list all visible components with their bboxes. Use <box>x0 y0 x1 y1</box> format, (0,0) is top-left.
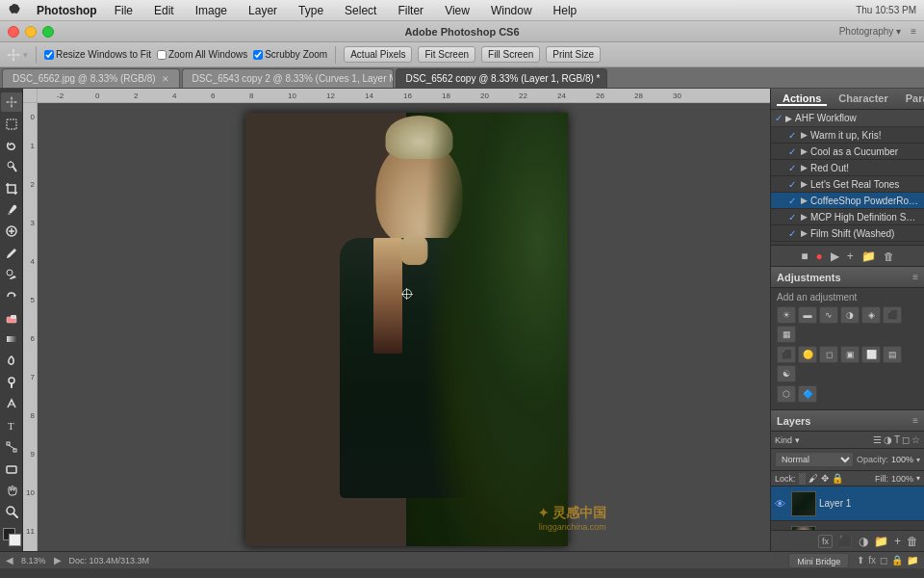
adj-threshold-btn[interactable]: ☯ <box>777 365 796 382</box>
eyedropper-tool[interactable] <box>1 200 22 220</box>
menu-type[interactable]: Type <box>295 3 327 18</box>
status-nav-next[interactable]: ▶ <box>54 555 62 565</box>
fill-screen-button[interactable]: Fill Screen <box>481 46 540 63</box>
adj-curves-btn[interactable]: ∿ <box>819 306 838 324</box>
actions-new-btn[interactable]: + <box>847 250 854 263</box>
actions-delete-btn[interactable]: 🗑 <box>884 250 894 262</box>
adj-hsl-btn[interactable]: ⬛ <box>883 306 902 324</box>
close-button[interactable] <box>8 26 19 38</box>
adj-selective-color-btn[interactable]: 🔷 <box>798 385 817 403</box>
lock-transparent-btn[interactable]: ░ <box>799 473 806 484</box>
actions-record-btn[interactable]: ● <box>815 250 822 263</box>
menu-image[interactable]: Image <box>192 3 231 18</box>
menu-file[interactable]: File <box>111 3 137 18</box>
tab-close-2[interactable]: ✕ <box>605 74 606 84</box>
status-icon-2[interactable]: fx <box>868 555 876 565</box>
eraser-tool[interactable] <box>1 308 22 328</box>
menu-view[interactable]: View <box>441 3 474 18</box>
adj-gradient-map-btn[interactable]: ⬡ <box>777 385 796 403</box>
photo-canvas[interactable]: ✦ 灵感中国 lingganchina.com <box>42 108 770 551</box>
layer-item-background[interactable]: 👁 Background 🔒 <box>771 521 924 530</box>
layers-fx-btn[interactable]: fx <box>818 535 833 548</box>
layers-mask-btn[interactable]: ⬛ <box>838 535 853 548</box>
layer-item-layer1[interactable]: 👁 Layer 1 <box>771 486 924 521</box>
dodge-tool[interactable] <box>1 373 22 392</box>
path-tool[interactable] <box>1 437 22 457</box>
action-item-3[interactable]: ✓ ▶ Let's Get Real Tones <box>771 176 924 193</box>
tab-close-0[interactable]: ✕ <box>162 74 169 84</box>
gradient-tool[interactable] <box>1 329 22 349</box>
adj-colorbalance-btn[interactable]: ▦ <box>777 326 796 343</box>
layers-filter-dropdown-icon[interactable]: ▾ <box>795 435 800 445</box>
actual-pixels-button[interactable]: Actual Pixels <box>344 46 412 63</box>
maximize-button[interactable] <box>42 26 54 38</box>
apple-icon[interactable] <box>8 3 21 18</box>
layers-new-btn[interactable]: + <box>894 535 901 548</box>
text-tool[interactable]: T <box>1 416 22 435</box>
layers-adj-btn[interactable]: ◑ <box>859 535 868 548</box>
action-item-1[interactable]: ✓ ▶ Cool as a Cucumber <box>771 144 924 160</box>
adjustments-header[interactable]: Adjustments ≡ <box>771 267 924 288</box>
adj-brightness-btn[interactable]: ☀ <box>777 306 796 324</box>
tab-actions[interactable]: Actions <box>777 92 827 106</box>
adj-colorlookup-btn[interactable]: ▣ <box>840 346 860 363</box>
tab-dsc6543[interactable]: DSC_6543 copy 2 @ 8.33% (Curves 1, Layer… <box>182 68 394 88</box>
layers-opacity-value[interactable]: 100% <box>891 455 913 464</box>
adj-photofilter-btn[interactable]: 🟡 <box>798 346 817 363</box>
actions-stop-btn[interactable]: ■ <box>801 250 808 263</box>
action-item-6[interactable]: ✓ ▶ Film Shift (Washed) <box>771 225 924 242</box>
zoom-all-checkbox[interactable] <box>157 50 167 60</box>
menu-help[interactable]: Help <box>550 3 581 18</box>
lock-position-btn[interactable]: ✥ <box>821 473 829 484</box>
adj-levels-btn[interactable]: ▬ <box>798 306 817 324</box>
tab-character[interactable]: Character <box>833 92 893 106</box>
pen-tool[interactable] <box>1 394 22 413</box>
blur-tool[interactable] <box>1 352 22 371</box>
action-item-7[interactable]: ✓ ▶ six <box>771 242 924 245</box>
action-item-0[interactable]: ✓ ▶ Warm it up, Kris! <box>771 127 924 144</box>
action-item-2[interactable]: ✓ ▶ Red Out! <box>771 160 924 176</box>
filter-smart-icon[interactable]: ☆ <box>911 434 920 445</box>
actions-panel-header[interactable]: Actions Character Paragraph ≡ <box>771 89 924 110</box>
lock-brush-btn[interactable]: 🖌 <box>808 473 818 484</box>
healing-tool[interactable] <box>1 222 22 241</box>
adj-expand-icon[interactable]: ≡ <box>912 272 918 282</box>
mini-bridge-btn[interactable]: Mini Bridge <box>788 553 849 568</box>
layer-eye-layer1[interactable]: 👁 <box>775 498 788 510</box>
action-group-ahf[interactable]: ✓ ▶ AHF Workflow <box>771 110 924 127</box>
menu-select[interactable]: Select <box>341 3 380 18</box>
resize-windows-checkbox[interactable] <box>44 50 54 60</box>
adj-channelmix-btn[interactable]: ◻ <box>819 346 838 363</box>
zoom-tool[interactable] <box>1 502 22 521</box>
actions-folder-btn[interactable]: 📁 <box>861 250 876 263</box>
tab-dsc6562[interactable]: DSC_6562.jpg @ 8.33% (RGB/8) ✕ <box>2 68 180 88</box>
hand-tool[interactable] <box>1 481 22 500</box>
status-nav-prev[interactable]: ◀ <box>6 555 13 565</box>
menu-layer[interactable]: Layer <box>244 3 281 18</box>
layers-group-btn[interactable]: 📁 <box>874 535 888 548</box>
adj-vibrance-btn[interactable]: ◈ <box>861 306 881 324</box>
status-icon-4[interactable]: 🔒 <box>891 555 903 565</box>
clone-tool[interactable] <box>1 265 22 284</box>
adj-posterize-btn[interactable]: ▤ <box>883 346 902 363</box>
layers-header[interactable]: Layers ≡ <box>771 410 924 432</box>
status-icon-1[interactable]: ⬆ <box>857 555 864 565</box>
move-tool-icon[interactable]: ▾ <box>6 47 28 63</box>
print-size-button[interactable]: Print Size <box>546 46 601 63</box>
adj-invert-btn[interactable]: ⬜ <box>861 346 881 363</box>
layers-opacity-dropdown[interactable]: ▾ <box>916 456 920 464</box>
layers-blend-mode[interactable]: Normal Dissolve Multiply Screen <box>775 452 854 467</box>
wand-tool[interactable] <box>1 157 22 176</box>
layers-delete-btn[interactable]: 🗑 <box>907 535 918 548</box>
status-icon-3[interactable]: ◻ <box>880 555 887 565</box>
layers-expand-icon[interactable]: ≡ <box>912 415 918 426</box>
layers-fill-value[interactable]: 100% <box>891 474 913 484</box>
status-icon-5[interactable]: 📁 <box>907 555 918 565</box>
lasso-tool[interactable] <box>1 136 22 155</box>
actions-play-btn[interactable]: ▶ <box>831 250 839 263</box>
tab-dsc6562copy[interactable]: DSC_6562 copy @ 8.33% (Layer 1, RGB/8) *… <box>396 68 607 88</box>
adj-exposure-btn[interactable]: ◑ <box>840 306 860 324</box>
layers-fill-dropdown[interactable]: ▾ <box>916 474 920 483</box>
color-chips[interactable] <box>1 526 22 545</box>
filter-pixel-icon[interactable]: ☰ <box>873 434 882 445</box>
